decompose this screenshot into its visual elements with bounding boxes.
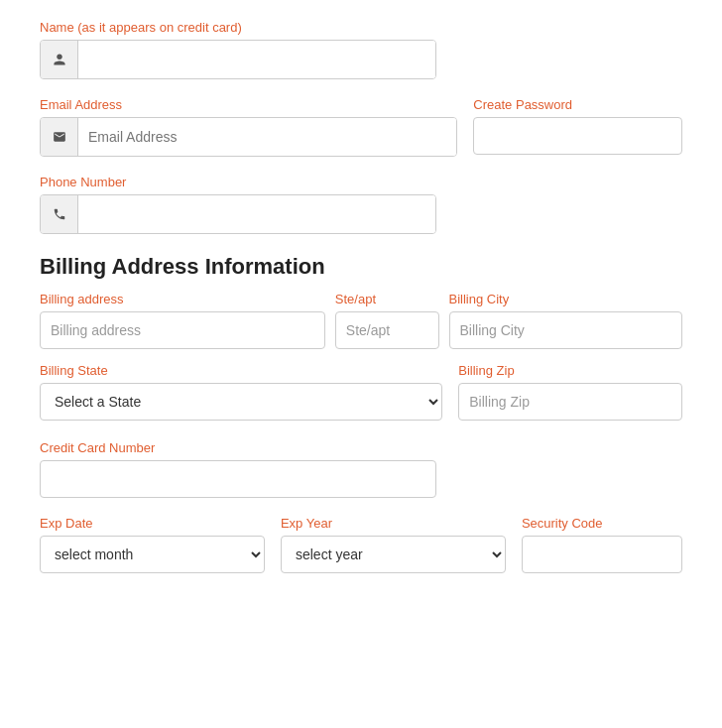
email-input[interactable] <box>78 118 456 156</box>
name-input-wrapper <box>40 40 436 79</box>
name-label: Name (as it appears on credit card) <box>40 20 682 35</box>
security-label: Security Code <box>522 516 682 531</box>
billing-address-input[interactable] <box>40 311 325 349</box>
phone-input[interactable] <box>78 195 435 233</box>
billing-city-input[interactable] <box>449 311 683 349</box>
email-icon <box>41 118 78 156</box>
billing-zip-label: Billing Zip <box>458 363 682 378</box>
password-input[interactable] <box>473 117 682 155</box>
billing-city-label: Billing City <box>449 292 683 306</box>
phone-label: Phone Number <box>40 175 682 189</box>
ste-label: Ste/apt <box>335 292 439 306</box>
password-label: Create Password <box>473 97 682 112</box>
email-input-wrapper <box>40 117 457 157</box>
billing-state-label: Billing State <box>40 363 442 378</box>
exp-month-select[interactable]: select monthJanuaryFebruaryMarchAprilMay… <box>40 536 265 573</box>
cc-label: Credit Card Number <box>40 440 682 455</box>
billing-zip-input[interactable] <box>458 383 682 421</box>
billing-address-label: Billing address <box>40 292 325 306</box>
exp-year-select[interactable]: select year20242025202620272028202920302… <box>281 536 506 573</box>
cc-input[interactable] <box>40 460 436 498</box>
billing-section-title: Billing Address Information <box>40 254 682 280</box>
billing-state-select[interactable]: Select a StateAlabamaAlaskaArizonaArkans… <box>40 383 442 421</box>
exp-date-label: Exp Date <box>40 516 265 531</box>
exp-year-label: Exp Year <box>281 516 506 531</box>
name-input[interactable] <box>78 41 435 78</box>
email-label: Email Address <box>40 97 457 112</box>
person-icon <box>41 41 78 78</box>
ste-input[interactable] <box>335 311 439 349</box>
phone-icon <box>41 195 78 233</box>
security-input[interactable] <box>522 536 682 573</box>
phone-input-wrapper <box>40 194 436 234</box>
